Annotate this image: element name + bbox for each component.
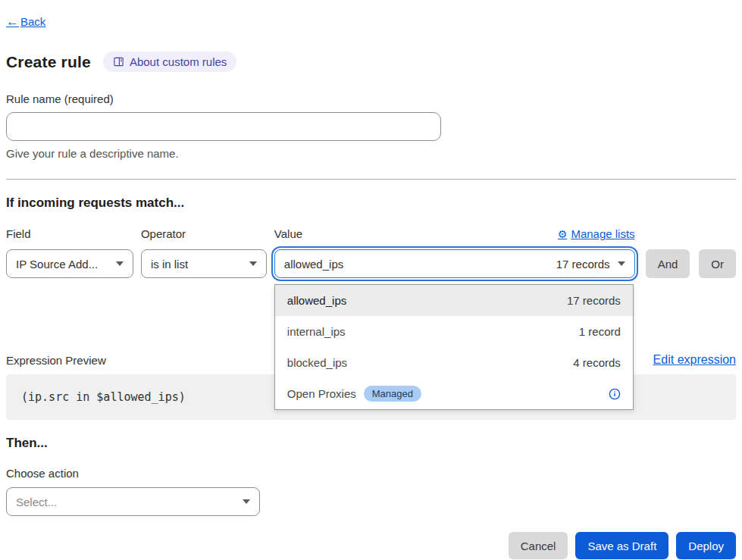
field-select[interactable]: IP Source Add...: [6, 249, 133, 278]
list-option-name: Open Proxies: [287, 387, 356, 400]
and-button[interactable]: And: [646, 249, 690, 278]
about-custom-rules-link[interactable]: About custom rules: [103, 52, 236, 72]
condition-row: Field IP Source Add... Operator is in li…: [6, 227, 736, 278]
value-column: Value ⚙ Manage lists allowed_ips 17 reco…: [274, 227, 635, 278]
title-row: Create rule About custom rules: [6, 52, 736, 72]
manage-lists-link[interactable]: ⚙ Manage lists: [558, 227, 635, 240]
footer-actions: Cancel Save as Draft Deploy: [6, 532, 736, 559]
operator-select-value: is in list: [151, 258, 188, 271]
back-link-label: Back: [20, 15, 45, 28]
value-label: Value: [274, 227, 302, 240]
list-option-internal-ips[interactable]: internal_ips 1 record: [275, 316, 633, 347]
deploy-button[interactable]: Deploy: [676, 532, 736, 559]
field-label: Field: [6, 227, 133, 240]
match-heading: If incoming requests match...: [6, 196, 736, 211]
value-select-meta-group: 17 records: [556, 258, 625, 271]
section-divider: [6, 179, 736, 180]
or-button[interactable]: Or: [699, 249, 736, 278]
create-rule-page: ← Back Create rule About custom rules Ru…: [0, 0, 742, 560]
list-option-open-proxies[interactable]: Open Proxies Managed: [275, 378, 633, 409]
field-column: Field IP Source Add...: [6, 227, 133, 278]
cancel-button[interactable]: Cancel: [509, 532, 568, 559]
chevron-down-icon: [249, 261, 257, 266]
operator-select[interactable]: is in list: [141, 249, 267, 278]
chevron-down-icon: [116, 261, 124, 266]
book-icon: [113, 56, 124, 67]
value-select-record-count: 17 records: [556, 258, 610, 271]
expression-preview-label: Expression Preview: [6, 354, 106, 367]
page-title: Create rule: [6, 53, 91, 71]
list-option-allowed-ips[interactable]: allowed_ips 17 records: [275, 285, 633, 316]
choose-action-label: Choose action: [6, 467, 736, 480]
expression-code: (ip.src in $allowed_ips): [21, 390, 186, 404]
rule-name-input[interactable]: [6, 112, 441, 141]
chevron-down-icon: [243, 499, 250, 504]
list-option-name-group: Open Proxies Managed: [287, 386, 421, 402]
value-header: Value ⚙ Manage lists: [274, 227, 635, 240]
back-link[interactable]: ← Back: [6, 15, 45, 28]
list-option-name: allowed_ips: [287, 294, 346, 307]
list-option-name: internal_ips: [287, 325, 346, 338]
list-dropdown: allowed_ips 17 records internal_ips 1 re…: [274, 284, 634, 410]
value-select[interactable]: allowed_ips 17 records allowed_ips 17 re…: [274, 249, 635, 278]
info-icon[interactable]: [609, 388, 621, 400]
save-draft-button[interactable]: Save as Draft: [575, 532, 668, 559]
list-option-record-count: 17 records: [567, 294, 621, 307]
managed-badge: Managed: [364, 386, 421, 402]
rule-name-label: Rule name (required): [6, 92, 736, 105]
action-select-placeholder: Select...: [16, 496, 57, 508]
gear-icon: ⚙: [558, 229, 568, 239]
value-select-value: allowed_ips: [284, 258, 343, 271]
operator-label: Operator: [141, 227, 267, 240]
list-option-blocked-ips[interactable]: blocked_ips 4 records: [275, 347, 633, 378]
back-arrow-icon: ←: [6, 15, 19, 28]
field-select-value: IP Source Add...: [16, 258, 98, 271]
edit-expression-link[interactable]: Edit expression: [653, 353, 736, 367]
then-heading: Then...: [6, 436, 736, 451]
list-option-record-count: 4 records: [573, 356, 621, 369]
chevron-down-icon: [618, 261, 625, 266]
about-badge-label: About custom rules: [130, 55, 227, 68]
rule-name-helper: Give your rule a descriptive name.: [6, 147, 736, 160]
action-select[interactable]: Select...: [6, 487, 260, 516]
and-or-group: And Or: [646, 249, 736, 278]
list-option-name: blocked_ips: [287, 356, 347, 369]
manage-lists-label: Manage lists: [571, 227, 634, 240]
operator-column: Operator is in list: [141, 227, 267, 278]
list-option-record-count: 1 record: [579, 325, 621, 338]
